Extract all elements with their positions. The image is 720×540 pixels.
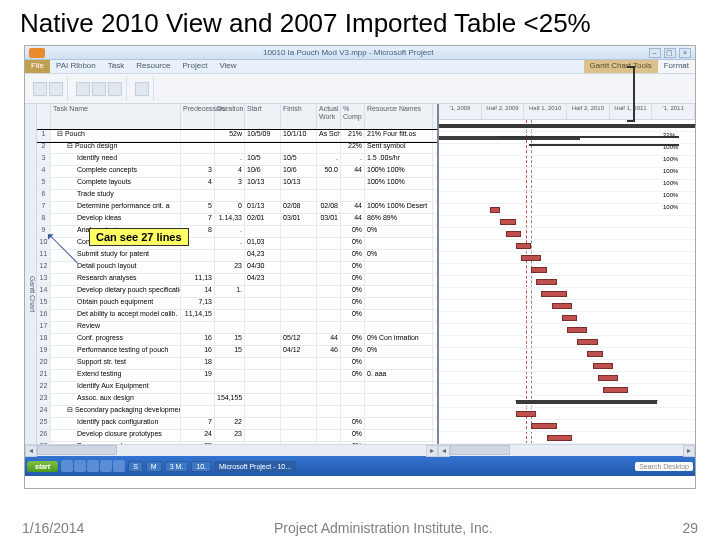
task-name-cell[interactable]: Trade study	[51, 190, 181, 201]
cell-finish[interactable]	[281, 274, 317, 285]
cell-actual[interactable]	[317, 274, 341, 285]
cell-finish[interactable]: 10/5	[281, 154, 317, 165]
cell-pred[interactable]	[181, 250, 215, 261]
cell-start[interactable]: 10/5	[245, 154, 281, 165]
cell-start[interactable]	[245, 226, 281, 237]
table-row[interactable]: 2⊟ Pouch design22%Sent symbol	[37, 142, 437, 154]
cell-dur[interactable]: 4	[215, 166, 245, 177]
gantt-bar[interactable]	[506, 231, 521, 237]
gantt-bar[interactable]	[577, 339, 597, 345]
table-row[interactable]: 15Obtain pouch equipment7,130%	[37, 298, 437, 310]
cell-finish[interactable]: 05/12	[281, 334, 317, 345]
table-row[interactable]: 4Complete concepts3410/610/650.044100% 1…	[37, 166, 437, 178]
cell-pred[interactable]: 19	[181, 370, 215, 381]
table-row[interactable]: 18Conf. progress161505/12440%0% Con irma…	[37, 334, 437, 346]
task-name-cell[interactable]: Procure samples	[51, 442, 181, 444]
task-name-cell[interactable]: ⊟ Pouch design	[51, 142, 181, 153]
ribbon-tab-project[interactable]: Project	[176, 60, 213, 73]
cell-pred[interactable]	[181, 406, 215, 417]
task-name-cell[interactable]: Detail pouch layout	[51, 262, 181, 273]
cell-actual[interactable]: 46	[317, 346, 341, 357]
cell-res[interactable]: 0%	[365, 346, 433, 357]
cell-actual[interactable]: 50.0	[317, 166, 341, 177]
cell-finish[interactable]	[281, 190, 317, 201]
table-row[interactable]: 25Identify pack configuration7220%	[37, 418, 437, 430]
cell-pred[interactable]: 11,14,15	[181, 310, 215, 321]
cell-res[interactable]	[365, 322, 433, 333]
cell-pct[interactable]: 0%	[341, 274, 365, 285]
taskbar-item-active[interactable]: Microsoft Project - 10...	[214, 461, 296, 472]
cell-pct[interactable]: 22%	[341, 142, 365, 153]
gantt-bar[interactable]	[516, 400, 657, 404]
col-taskname[interactable]: Task Name	[51, 104, 181, 129]
gantt-bar[interactable]	[439, 124, 695, 128]
ribbon-button[interactable]	[76, 82, 90, 96]
gantt-bar[interactable]	[521, 255, 541, 261]
cell-start[interactable]	[245, 286, 281, 297]
ribbon-button[interactable]	[108, 82, 122, 96]
cell-pct[interactable]: 0%	[341, 298, 365, 309]
gantt-bar[interactable]	[541, 291, 567, 297]
cell-res[interactable]: 0%	[365, 226, 433, 237]
cell-dur[interactable]: 15	[215, 334, 245, 345]
cell-pct[interactable]: 0%	[341, 430, 365, 441]
cell-res[interactable]	[365, 190, 433, 201]
cell-finish[interactable]	[281, 262, 317, 273]
scroll-left-button[interactable]: ◂	[25, 445, 37, 457]
cell-finish[interactable]	[281, 358, 317, 369]
gantt-bar[interactable]	[459, 183, 474, 189]
gantt-bar[interactable]	[552, 303, 572, 309]
gantt-bar[interactable]	[500, 219, 515, 225]
cell-dur[interactable]: 154,155	[215, 394, 245, 405]
cell-actual[interactable]	[317, 322, 341, 333]
cell-res[interactable]	[365, 382, 433, 393]
table-row[interactable]: 8Develop ideas71.14,3302/0103/0103/01448…	[37, 214, 437, 226]
cell-pct[interactable]	[341, 322, 365, 333]
table-row[interactable]: 11Submit study for patent04,230%0%	[37, 250, 437, 262]
cell-dur[interactable]: 15	[215, 346, 245, 357]
cell-dur[interactable]	[215, 442, 245, 444]
cell-res[interactable]	[365, 298, 433, 309]
cell-actual[interactable]: 44	[317, 334, 341, 345]
cell-pct[interactable]: 0%	[341, 286, 365, 297]
cell-finish[interactable]	[281, 442, 317, 444]
gantt-bar[interactable]	[465, 171, 480, 177]
cell-finish[interactable]	[281, 310, 317, 321]
cell-res[interactable]	[365, 286, 433, 297]
task-name-cell[interactable]: Assoc. aux design	[51, 394, 181, 405]
cell-pct[interactable]: 0%	[341, 310, 365, 321]
cell-pct[interactable]: 0%	[341, 238, 365, 249]
cell-start[interactable]: 04,23	[245, 250, 281, 261]
cell-pct[interactable]: 0%	[341, 442, 365, 444]
start-button[interactable]: start	[27, 461, 58, 472]
cell-pct[interactable]	[341, 382, 365, 393]
cell-start[interactable]	[245, 418, 281, 429]
table-row[interactable]: 26Develop closure prototypes24230%	[37, 430, 437, 442]
ribbon-tab-format[interactable]: Format	[658, 60, 695, 73]
cell-dur[interactable]	[215, 250, 245, 261]
ribbon-button[interactable]	[92, 82, 106, 96]
cell-pct[interactable]	[341, 406, 365, 417]
ribbon-tab-resource[interactable]: Resource	[130, 60, 176, 73]
cell-res[interactable]: 0%	[365, 250, 433, 261]
cell-pct[interactable]: 44	[341, 202, 365, 213]
cell-pred[interactable]: 18	[181, 358, 215, 369]
table-row[interactable]: 12Detail pouch layout2304/300%	[37, 262, 437, 274]
quicklaunch-icon[interactable]	[113, 460, 125, 472]
cell-finish[interactable]	[281, 430, 317, 441]
ribbon-tab-view[interactable]: View	[213, 60, 242, 73]
cell-pct[interactable]: 0%	[341, 346, 365, 357]
task-name-cell[interactable]: ⊟ Pouch	[51, 130, 181, 141]
task-name-cell[interactable]: Develop dietary pouch specification	[51, 286, 181, 297]
cell-pred[interactable]: 11,13	[181, 274, 215, 285]
cell-finish[interactable]: 10/6	[281, 166, 317, 177]
cell-res[interactable]	[365, 238, 433, 249]
cell-dur[interactable]	[215, 358, 245, 369]
cell-pred[interactable]	[181, 322, 215, 333]
table-row[interactable]: 21Extend testing190%0. aaa	[37, 370, 437, 382]
cell-dur[interactable]: 0	[215, 202, 245, 213]
cell-dur[interactable]	[215, 322, 245, 333]
cell-finish[interactable]	[281, 298, 317, 309]
cell-finish[interactable]	[281, 406, 317, 417]
gantt-bar[interactable]	[531, 423, 557, 429]
